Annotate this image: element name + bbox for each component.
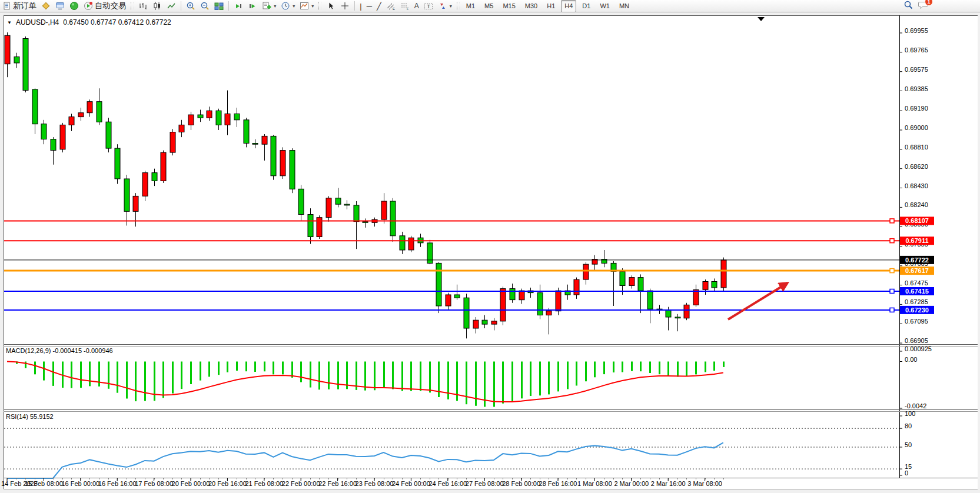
chart-shift-icon: [248, 2, 257, 11]
toolbar-grip: [318, 2, 321, 10]
tile-windows-icon: [214, 2, 224, 11]
timeframe-M5[interactable]: M5: [481, 0, 497, 12]
bear-candle: [14, 57, 19, 63]
bear-candle: [244, 120, 249, 144]
svg-text:0.68810: 0.68810: [905, 144, 928, 151]
timeframe-H4[interactable]: H4: [561, 0, 576, 12]
svg-text:1 Mar 08:00: 1 Mar 08:00: [577, 480, 612, 487]
bear-candle: [23, 39, 28, 91]
bear-candle: [454, 295, 460, 298]
svg-text:F: F: [407, 7, 409, 11]
svg-text:0.68620: 0.68620: [905, 163, 928, 170]
bull-candle: [78, 113, 84, 117]
terminal-button[interactable]: [54, 1, 67, 12]
horizontal-line-button[interactable]: ─: [365, 1, 374, 12]
new-order-button[interactable]: 新订单: [1, 1, 38, 12]
timeframe-MN[interactable]: MN: [616, 0, 633, 12]
svg-text:0.68430: 0.68430: [905, 182, 928, 189]
bull-candle: [546, 311, 552, 315]
templates-button[interactable]: ▾: [298, 1, 315, 12]
timeframe-M15[interactable]: M15: [499, 0, 519, 12]
tile-windows-button[interactable]: [212, 1, 225, 12]
bull-candle: [69, 117, 74, 125]
indicators-button[interactable]: ▾: [260, 1, 278, 12]
zoom-in-button[interactable]: [184, 1, 197, 12]
svg-text:28 Feb 16:00: 28 Feb 16:00: [539, 480, 577, 487]
svg-text:0.69190: 0.69190: [905, 105, 928, 112]
bear-candle: [400, 236, 405, 250]
auto-trading-icon: [84, 1, 93, 11]
zoom-in-icon: [186, 1, 195, 11]
svg-text:-0.0042: -0.0042: [905, 402, 926, 409]
text-label-button[interactable]: T: [422, 1, 435, 12]
bull-candle: [500, 289, 506, 321]
auto-scroll-button[interactable]: [232, 1, 245, 12]
auto-trading-button[interactable]: 自动交易: [82, 1, 128, 12]
equidistant-channel-button[interactable]: E: [384, 1, 397, 12]
bear-candle: [712, 282, 717, 288]
bull-candle: [170, 132, 175, 153]
bull-candle: [721, 260, 726, 288]
search-icon[interactable]: [903, 0, 913, 12]
svg-text:24 Feb 00:00: 24 Feb 00:00: [392, 480, 430, 487]
community-chat-button[interactable]: 1: [918, 1, 929, 12]
text-button[interactable]: A: [413, 1, 421, 12]
bull-candle: [87, 102, 92, 113]
svg-text:0.69765: 0.69765: [905, 46, 928, 54]
crosshair-button[interactable]: [338, 1, 351, 12]
zoom-out-button[interactable]: [198, 1, 211, 12]
candlestick-chart-button[interactable]: [151, 1, 164, 12]
collapse-header-icon[interactable]: ▼: [7, 20, 12, 25]
bear-candle: [482, 320, 487, 324]
timeframe-M1[interactable]: M1: [463, 0, 479, 12]
svg-text:50: 50: [905, 441, 912, 448]
bear-candle: [51, 139, 56, 151]
bull-candle: [629, 278, 634, 286]
toolbar-grip: [457, 2, 460, 10]
bull-candle: [684, 305, 689, 318]
fibonacci-button[interactable]: F: [398, 1, 411, 12]
timeframe-D1[interactable]: D1: [579, 0, 594, 12]
timeframe-M30[interactable]: M30: [521, 0, 541, 12]
toolbar-separator: [181, 1, 181, 11]
line-chart-icon: [167, 2, 176, 11]
svg-text:22 Feb 00:00: 22 Feb 00:00: [282, 480, 320, 487]
periods-button[interactable]: ▾: [279, 1, 297, 12]
svg-text:0.69955: 0.69955: [905, 27, 928, 34]
svg-text:27 Feb 08:00: 27 Feb 08:00: [466, 480, 504, 487]
svg-text:0.67230: 0.67230: [905, 307, 929, 314]
bull-candle: [693, 289, 699, 305]
timeframe-group: M1M5M15M30H1H4D1W1MN: [463, 0, 633, 12]
toolbar-right-group: 1: [903, 0, 979, 12]
navigator-icon: [69, 1, 79, 11]
chevron-down-icon: ▾: [293, 4, 295, 9]
chart-shift-button[interactable]: [246, 1, 259, 12]
vertical-line-icon: |: [360, 2, 361, 10]
data-window-button[interactable]: [39, 1, 52, 12]
indicators-icon: [262, 1, 271, 11]
toolbar-grip: [131, 2, 134, 10]
trendline-button[interactable]: ╱: [375, 1, 383, 12]
cursor-button[interactable]: [324, 1, 337, 12]
navigator-button[interactable]: [68, 1, 81, 12]
symbol-period-label: AUDUSD-,H4: [16, 18, 59, 26]
bull-candle: [446, 295, 451, 306]
arrows-button[interactable]: ▾: [436, 1, 454, 12]
bull-candle: [60, 125, 65, 149]
timeframe-W1[interactable]: W1: [596, 0, 613, 12]
svg-text:80: 80: [905, 422, 912, 429]
line-chart-button[interactable]: [165, 1, 178, 12]
bear-candle: [152, 173, 157, 181]
bull-candle: [583, 264, 589, 279]
bear-candle: [537, 293, 543, 315]
svg-text:T: T: [427, 4, 430, 9]
svg-text:17 Feb 08:00: 17 Feb 08:00: [135, 480, 173, 487]
bull-candle: [280, 151, 285, 176]
crosshair-icon: [340, 1, 350, 11]
timeframe-H1[interactable]: H1: [543, 0, 559, 12]
vertical-line-button[interactable]: |: [358, 1, 363, 12]
bar-chart-button[interactable]: [137, 1, 150, 12]
chart-background: [4, 15, 978, 489]
text-label-icon: T: [424, 2, 433, 11]
periods-clock-icon: [281, 1, 290, 11]
